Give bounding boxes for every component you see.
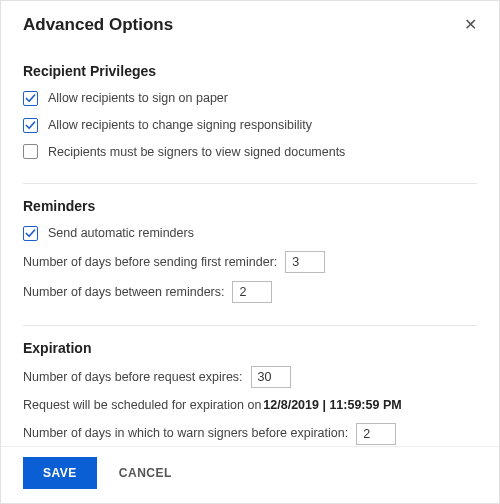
checkbox-sign-on-paper[interactable] bbox=[23, 91, 38, 106]
scheduled-prefix: Request will be scheduled for expiration… bbox=[23, 396, 261, 415]
section-expiration: Expiration Number of days before request… bbox=[23, 326, 477, 446]
modal-title: Advanced Options bbox=[23, 15, 173, 35]
label-auto-reminders: Send automatic reminders bbox=[48, 224, 194, 243]
warn-input[interactable] bbox=[356, 423, 396, 445]
expires-input[interactable] bbox=[251, 366, 291, 388]
checkbox-change-responsibility[interactable] bbox=[23, 118, 38, 133]
check-icon bbox=[25, 228, 36, 239]
section-reminders: Reminders Send automatic reminders Numbe… bbox=[23, 184, 477, 326]
scheduled-datetime: 12/8/2019 | 11:59:59 PM bbox=[263, 396, 401, 415]
recipient-privileges-title: Recipient Privileges bbox=[23, 63, 477, 79]
modal-body[interactable]: Recipient Privileges Allow recipients to… bbox=[1, 45, 499, 446]
between-reminders-input[interactable] bbox=[232, 281, 272, 303]
first-reminder-label: Number of days before sending first remi… bbox=[23, 253, 277, 272]
between-reminders-row: Number of days between reminders: bbox=[23, 281, 477, 303]
between-reminders-label: Number of days between reminders: bbox=[23, 283, 224, 302]
first-reminder-input[interactable] bbox=[285, 251, 325, 273]
modal-footer: SAVE CANCEL bbox=[1, 446, 499, 503]
modal-header: Advanced Options ✕ bbox=[1, 1, 499, 45]
label-must-be-signers: Recipients must be signers to view signe… bbox=[48, 143, 345, 162]
first-reminder-row: Number of days before sending first remi… bbox=[23, 251, 477, 273]
save-button[interactable]: SAVE bbox=[23, 457, 97, 489]
label-change-responsibility: Allow recipients to change signing respo… bbox=[48, 116, 312, 135]
option-change-responsibility: Allow recipients to change signing respo… bbox=[23, 116, 477, 135]
expires-row: Number of days before request expires: bbox=[23, 366, 477, 388]
option-sign-on-paper: Allow recipients to sign on paper bbox=[23, 89, 477, 108]
expires-label: Number of days before request expires: bbox=[23, 368, 243, 387]
option-must-be-signers: Recipients must be signers to view signe… bbox=[23, 143, 477, 162]
scheduled-row: Request will be scheduled for expiration… bbox=[23, 396, 477, 415]
warn-label: Number of days in which to warn signers … bbox=[23, 424, 348, 443]
checkbox-must-be-signers[interactable] bbox=[23, 144, 38, 159]
check-icon bbox=[25, 93, 36, 104]
checkbox-auto-reminders[interactable] bbox=[23, 226, 38, 241]
label-sign-on-paper: Allow recipients to sign on paper bbox=[48, 89, 228, 108]
reminders-title: Reminders bbox=[23, 198, 477, 214]
section-recipient-privileges: Recipient Privileges Allow recipients to… bbox=[23, 49, 477, 184]
option-auto-reminders: Send automatic reminders bbox=[23, 224, 477, 243]
warn-row: Number of days in which to warn signers … bbox=[23, 423, 477, 445]
advanced-options-modal: Advanced Options ✕ Recipient Privileges … bbox=[1, 1, 499, 503]
expiration-title: Expiration bbox=[23, 340, 477, 356]
cancel-button[interactable]: CANCEL bbox=[111, 457, 180, 489]
close-icon[interactable]: ✕ bbox=[460, 15, 481, 35]
check-icon bbox=[25, 120, 36, 131]
